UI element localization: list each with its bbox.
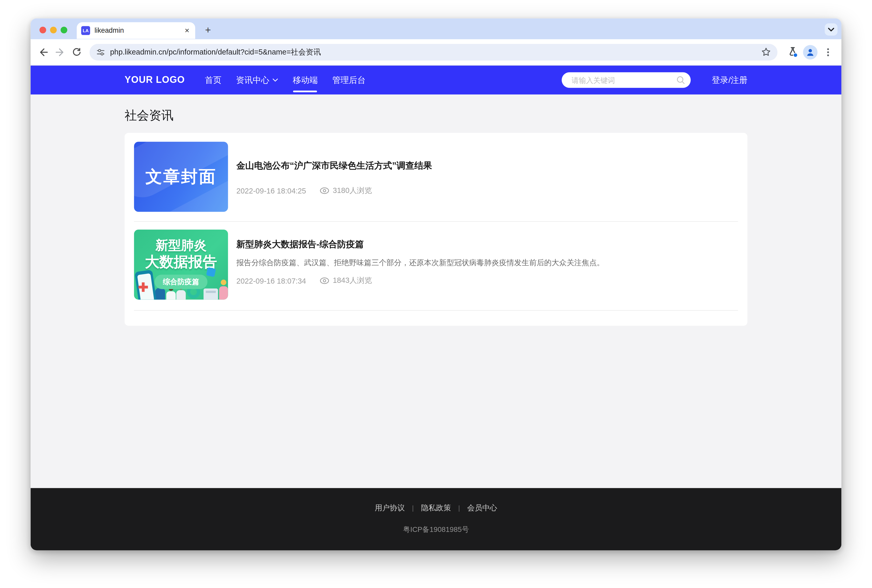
article-meta: 2022-09-16 18:07:34 1843人浏览 <box>236 276 738 286</box>
illustration-person <box>219 286 228 300</box>
thumbnail-badge: 综合防疫篇 <box>155 274 207 289</box>
thumbnail-cover-text: 大数据报告 <box>134 254 228 271</box>
footer-link-privacy-policy[interactable]: 隐私政策 <box>421 503 451 513</box>
site-info-icon[interactable] <box>96 48 105 56</box>
footer-link-member-center[interactable]: 会员中心 <box>467 503 497 513</box>
illustration-box <box>203 288 218 300</box>
footer-links: 用户协议 | 隐私政策 | 会员中心 <box>375 503 497 513</box>
article-views: 1843人浏览 <box>320 276 372 286</box>
illustration-fingerprint <box>206 267 216 277</box>
back-button[interactable] <box>35 44 52 60</box>
reload-button[interactable] <box>68 44 85 60</box>
article-row[interactable]: 新型肺炎 大数据报告 综合防疫篇 <box>134 222 738 310</box>
tab-strip: LA likeadmin ✕ + <box>31 18 842 39</box>
tab-title: likeadmin <box>95 27 124 34</box>
minimize-window-button[interactable] <box>50 27 57 33</box>
url-bar[interactable]: php.likeadmin.cn/pc/information/default?… <box>90 44 778 60</box>
thumbnail-cover-text: 文章封面 <box>146 165 217 188</box>
illustration-phone <box>135 270 157 300</box>
footer-link-user-agreement[interactable]: 用户协议 <box>375 503 405 513</box>
article-views: 3180人浏览 <box>320 186 372 196</box>
site-logo[interactable]: YOUR LOGO <box>125 75 185 86</box>
zoom-window-button[interactable] <box>60 27 67 33</box>
illustration-red-cross <box>142 282 145 292</box>
article-title[interactable]: 新型肺炎大数据报告-综合防疫篇 <box>236 239 738 250</box>
eye-icon <box>320 187 329 194</box>
article-title[interactable]: 金山电池公布“沪广深市民绿色生活方式”调查结果 <box>236 160 738 172</box>
article-list-card: 文章封面 金山电池公布“沪广深市民绿色生活方式”调查结果 2022-09-16 … <box>125 133 747 326</box>
forward-button[interactable] <box>52 44 68 60</box>
article-description: 报告分综合防疫篇、武汉篇、拒绝野味篇三个部分，还原本次新型冠状病毒肺炎疫情发生前… <box>236 258 738 268</box>
window-controls <box>39 27 67 33</box>
views-count: 3180人浏览 <box>333 186 372 196</box>
article-thumbnail[interactable]: 新型肺炎 大数据报告 综合防疫篇 <box>134 230 228 300</box>
article-meta: 2022-09-16 18:04:25 3180人浏览 <box>236 186 738 196</box>
search-input[interactable] <box>570 75 676 85</box>
article-date: 2022-09-16 18:07:34 <box>236 277 306 285</box>
illustration-person <box>155 288 165 300</box>
icp-record-number: 粤ICP备19081985号 <box>403 525 469 535</box>
browser-tab[interactable]: LA likeadmin ✕ <box>77 22 195 39</box>
page-title: 社会资讯 <box>125 107 747 124</box>
site-favicon: LA <box>81 26 90 35</box>
browser-window: LA likeadmin ✕ + <box>31 18 842 550</box>
nav-item-mobile[interactable]: 移动端 <box>293 75 318 86</box>
experiments-flask-icon[interactable] <box>784 44 801 60</box>
main-nav: 首页 资讯中心 移动端 管理后台 <box>205 75 366 86</box>
nav-item-home[interactable]: 首页 <box>205 75 221 86</box>
article-thumbnail[interactable]: 文章封面 <box>134 142 228 212</box>
bookmark-star-icon[interactable] <box>761 47 771 57</box>
search-box <box>561 72 690 88</box>
chevron-down-icon <box>273 78 278 82</box>
chevron-down-icon <box>828 27 834 32</box>
footer-divider: | <box>412 504 414 512</box>
tab-close-icon[interactable]: ✕ <box>185 27 190 34</box>
illustration-person <box>166 291 176 300</box>
close-window-button[interactable] <box>39 27 46 33</box>
url-text[interactable]: php.likeadmin.cn/pc/information/default?… <box>110 47 757 57</box>
site-header: YOUR LOGO 首页 资讯中心 移动端 管理后台 <box>31 66 842 94</box>
nav-item-admin[interactable]: 管理后台 <box>332 75 366 86</box>
page-body: 社会资讯 文章封面 金山电池公布“沪广深市民绿色生活方式”调查结果 2022-0… <box>31 94 842 488</box>
illustration-person <box>176 290 186 300</box>
profile-avatar[interactable] <box>803 45 818 59</box>
thumbnail-cover-text: 新型肺炎 <box>134 237 228 254</box>
article-row[interactable]: 文章封面 金山电池公布“沪广深市民绿色生活方式”调查结果 2022-09-16 … <box>134 142 738 222</box>
login-register-link[interactable]: 登录/注册 <box>712 75 747 86</box>
browser-toolbar: php.likeadmin.cn/pc/information/default?… <box>31 39 842 66</box>
menu-icon[interactable] <box>820 44 836 60</box>
article-date: 2022-09-16 18:04:25 <box>236 186 306 195</box>
footer-divider: | <box>458 504 460 512</box>
new-tab-button[interactable]: + <box>201 23 215 38</box>
views-count: 1843人浏览 <box>333 276 372 286</box>
nav-item-news-center[interactable]: 资讯中心 <box>236 75 278 86</box>
screenshot-stage: LA likeadmin ✕ + <box>0 0 872 588</box>
search-icon[interactable] <box>676 76 685 84</box>
illustration-person <box>221 280 226 285</box>
eye-icon <box>320 278 329 284</box>
tab-search-button[interactable] <box>825 23 837 36</box>
site-footer: 用户协议 | 隐私政策 | 会员中心 粤ICP备19081985号 <box>31 488 842 550</box>
